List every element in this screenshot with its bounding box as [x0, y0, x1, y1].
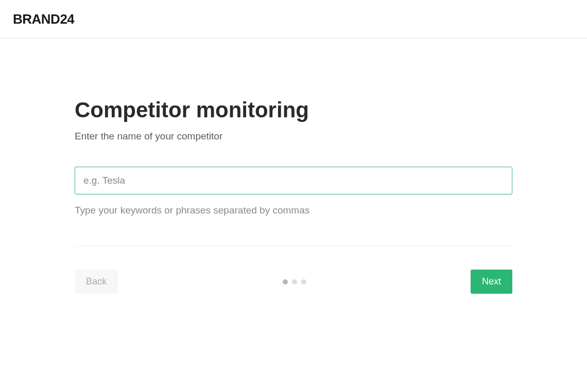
- step-dot-1: [283, 279, 288, 284]
- step-dot-2: [292, 279, 297, 284]
- wizard-footer: Back Next: [75, 270, 512, 294]
- section-divider: [75, 246, 512, 246]
- back-button[interactable]: Back: [75, 270, 118, 294]
- brand-logo: BRAND24: [13, 11, 74, 27]
- app-header: BRAND24: [0, 0, 587, 39]
- step-dot-3: [301, 279, 306, 284]
- page-subtitle: Enter the name of your competitor: [75, 131, 512, 142]
- input-helper-text: Type your keywords or phrases separated …: [75, 205, 512, 216]
- competitor-input[interactable]: [75, 167, 512, 194]
- page-title: Competitor monitoring: [75, 98, 512, 122]
- main-content: Competitor monitoring Enter the name of …: [75, 39, 512, 294]
- next-button[interactable]: Next: [471, 270, 512, 294]
- progress-indicator: [283, 279, 306, 284]
